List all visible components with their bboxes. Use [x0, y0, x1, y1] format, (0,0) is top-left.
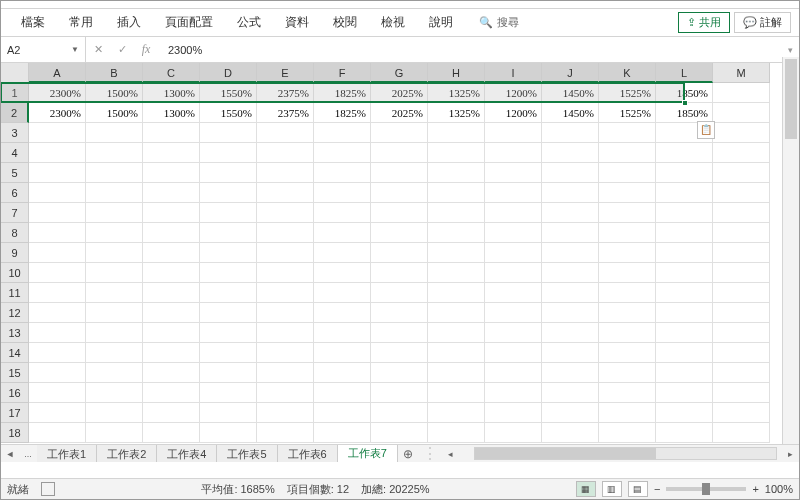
cell[interactable]: [29, 203, 86, 223]
cell[interactable]: 2025%: [371, 103, 428, 123]
cell[interactable]: 2025%: [371, 83, 428, 103]
cell[interactable]: [713, 363, 770, 383]
cell[interactable]: [143, 423, 200, 443]
cell[interactable]: [542, 263, 599, 283]
cell[interactable]: [371, 383, 428, 403]
cell[interactable]: [143, 383, 200, 403]
cell[interactable]: [485, 383, 542, 403]
cell[interactable]: [143, 283, 200, 303]
cell[interactable]: [371, 223, 428, 243]
cell[interactable]: [599, 203, 656, 223]
col-header-C[interactable]: C: [143, 63, 200, 83]
cell[interactable]: [599, 283, 656, 303]
col-header-I[interactable]: I: [485, 63, 542, 83]
cell[interactable]: [29, 323, 86, 343]
select-all-corner[interactable]: [1, 63, 29, 83]
cell[interactable]: [86, 283, 143, 303]
cell[interactable]: [713, 243, 770, 263]
zoom-thumb[interactable]: [702, 483, 710, 495]
cell[interactable]: [371, 343, 428, 363]
cell[interactable]: 2300%: [29, 103, 86, 123]
cell[interactable]: [485, 183, 542, 203]
cell[interactable]: [656, 383, 713, 403]
cell[interactable]: [200, 243, 257, 263]
cell[interactable]: [485, 123, 542, 143]
cell[interactable]: [29, 383, 86, 403]
cell[interactable]: [29, 423, 86, 443]
cell[interactable]: [656, 243, 713, 263]
cell[interactable]: [29, 343, 86, 363]
cell[interactable]: [143, 323, 200, 343]
cell[interactable]: [656, 323, 713, 343]
cell[interactable]: [86, 183, 143, 203]
cell[interactable]: [485, 283, 542, 303]
cell[interactable]: [143, 223, 200, 243]
cell[interactable]: [428, 363, 485, 383]
cell[interactable]: [86, 423, 143, 443]
col-header-J[interactable]: J: [542, 63, 599, 83]
cell[interactable]: [200, 323, 257, 343]
cell[interactable]: [314, 383, 371, 403]
tab-overflow[interactable]: ...: [19, 445, 37, 462]
cell[interactable]: [656, 403, 713, 423]
cell[interactable]: [428, 423, 485, 443]
cell[interactable]: [371, 283, 428, 303]
cell[interactable]: [485, 263, 542, 283]
cell[interactable]: [713, 383, 770, 403]
row-header-16[interactable]: 16: [1, 383, 29, 403]
cell[interactable]: [485, 343, 542, 363]
macro-record-icon[interactable]: [41, 482, 55, 496]
cell[interactable]: [86, 383, 143, 403]
cell[interactable]: [428, 303, 485, 323]
cell[interactable]: 1825%: [314, 103, 371, 123]
cell[interactable]: [371, 203, 428, 223]
cell[interactable]: [428, 403, 485, 423]
cell[interactable]: [86, 123, 143, 143]
row-header-9[interactable]: 9: [1, 243, 29, 263]
cell[interactable]: [656, 183, 713, 203]
cell[interactable]: [542, 143, 599, 163]
sheet-tab-1[interactable]: 工作表1: [37, 445, 97, 462]
cell[interactable]: [314, 243, 371, 263]
cell[interactable]: [200, 343, 257, 363]
cell[interactable]: [200, 303, 257, 323]
cell[interactable]: [200, 403, 257, 423]
cell[interactable]: [542, 203, 599, 223]
zoom-out-icon[interactable]: −: [654, 483, 660, 495]
cell[interactable]: [371, 163, 428, 183]
cell[interactable]: [200, 263, 257, 283]
row-header-11[interactable]: 11: [1, 283, 29, 303]
cell[interactable]: [485, 163, 542, 183]
cell[interactable]: 1300%: [143, 83, 200, 103]
cell[interactable]: [542, 243, 599, 263]
cell[interactable]: [656, 143, 713, 163]
cell[interactable]: [599, 183, 656, 203]
row-header-5[interactable]: 5: [1, 163, 29, 183]
cell[interactable]: [713, 423, 770, 443]
cell[interactable]: [143, 263, 200, 283]
cell[interactable]: 1300%: [143, 103, 200, 123]
cell[interactable]: [86, 223, 143, 243]
cell[interactable]: [200, 143, 257, 163]
cell[interactable]: [314, 223, 371, 243]
row-header-4[interactable]: 4: [1, 143, 29, 163]
fill-handle[interactable]: [682, 100, 688, 106]
cell[interactable]: [314, 123, 371, 143]
cell[interactable]: [143, 243, 200, 263]
cell[interactable]: [257, 323, 314, 343]
cell[interactable]: [257, 123, 314, 143]
cell[interactable]: 2300%: [29, 83, 86, 103]
cell[interactable]: [428, 203, 485, 223]
cell[interactable]: 1200%: [485, 83, 542, 103]
cell[interactable]: 2375%: [257, 103, 314, 123]
cell[interactable]: [428, 143, 485, 163]
row-header-15[interactable]: 15: [1, 363, 29, 383]
cell[interactable]: [257, 363, 314, 383]
col-header-F[interactable]: F: [314, 63, 371, 83]
cell[interactable]: [371, 263, 428, 283]
cell[interactable]: 1325%: [428, 83, 485, 103]
row-header-8[interactable]: 8: [1, 223, 29, 243]
cell[interactable]: [143, 343, 200, 363]
cell[interactable]: 2375%: [257, 83, 314, 103]
view-page-break-icon[interactable]: ▤: [628, 481, 648, 497]
